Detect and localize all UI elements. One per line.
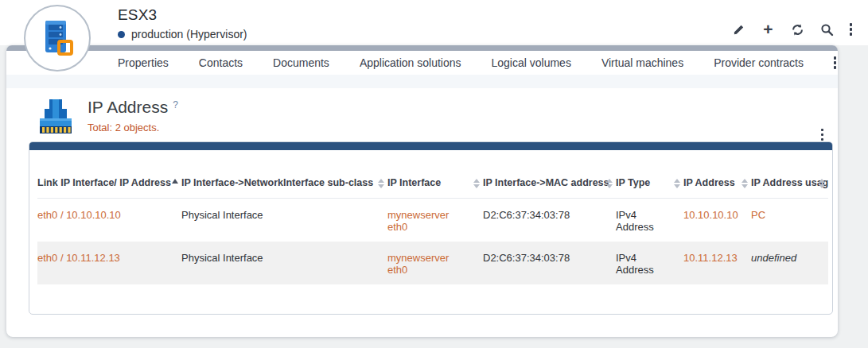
sort-both-icon[interactable] — [674, 179, 680, 188]
ip-address-usage-link[interactable]: PC — [751, 209, 765, 221]
tab-logical-volumes[interactable]: Logical volumes — [492, 56, 571, 69]
header-more-kebab-icon[interactable] — [850, 23, 853, 36]
ip-address-link[interactable]: 10.10.10.10 — [683, 209, 738, 221]
card-top-strip — [6, 45, 838, 51]
object-details-card: Properties Contacts Documents Applicatio… — [6, 45, 838, 337]
tab-contacts[interactable]: Contacts — [199, 56, 243, 69]
ip-address-table-panel: Link IP Interface/ IP Address IP Interfa… — [29, 141, 833, 315]
column-header-ip-address-usage[interactable]: IP Address usage — [751, 177, 828, 199]
table-row[interactable]: eth0 / 10.11.12.13 Physical Interface my… — [37, 242, 828, 284]
object-avatar — [24, 5, 91, 72]
tab-bar: Properties Contacts Documents Applicatio… — [6, 51, 838, 75]
tab-virtual-machines[interactable]: Virtual machines — [601, 56, 683, 69]
link-ip-interface-link[interactable]: eth0 / 10.10.10.10 — [37, 209, 121, 221]
mac-address-value: D2:C6:37:34:03:78 — [483, 209, 570, 221]
subclass-value: Physical Interface — [181, 252, 263, 264]
tab-documents[interactable]: Documents — [273, 56, 329, 69]
refresh-icon[interactable] — [791, 22, 805, 37]
sort-both-icon[interactable] — [378, 179, 384, 188]
sort-asc-icon[interactable] — [172, 179, 178, 184]
column-header-ip-address[interactable]: IP Address — [683, 177, 751, 199]
add-plus-icon[interactable]: + — [761, 22, 776, 37]
section-total-count: Total: 2 objects. — [88, 122, 178, 133]
header-toolbar: + — [732, 22, 853, 37]
section-header: IP Address ? Total: 2 objects. — [37, 98, 830, 136]
section-more-kebab-icon[interactable] — [821, 129, 824, 141]
section-title: IP Address — [88, 98, 168, 117]
ip-address-link[interactable]: 10.11.12.13 — [683, 252, 738, 264]
ip-interface-link[interactable]: mynewserver eth0 — [387, 209, 449, 233]
table-accent-bar — [29, 142, 832, 150]
subtab-strip — [6, 75, 838, 88]
mac-address-value: D2:C6:37:34:03:78 — [483, 252, 570, 264]
sort-both-icon[interactable] — [741, 179, 748, 188]
column-header-link-ip-interface[interactable]: Link IP Interface/ IP Address — [37, 177, 181, 199]
sort-both-icon[interactable] — [473, 179, 480, 188]
status-line: production (Hypervisor) — [118, 28, 247, 41]
tab-application-solutions[interactable]: Application solutions — [360, 56, 461, 69]
ip-type-value: IPv4 Address — [616, 209, 654, 233]
ip-address-usage-undefined: undefined — [751, 252, 796, 264]
rj45-network-icon — [37, 98, 75, 136]
search-icon[interactable] — [820, 22, 835, 37]
column-header-mac-address[interactable]: IP Interface->MAC address — [483, 177, 616, 199]
page-title: ESX3 — [118, 6, 157, 24]
status-dot-icon — [118, 31, 125, 38]
table-row[interactable]: eth0 / 10.10.10.10 Physical Interface my… — [37, 199, 828, 242]
esx-server-icon — [37, 18, 77, 58]
tab-properties[interactable]: Properties — [118, 56, 169, 69]
tabs-more-kebab-icon[interactable] — [834, 56, 837, 69]
ip-type-value: IPv4 Address — [616, 252, 654, 276]
edit-pencil-icon[interactable] — [732, 22, 746, 37]
status-label: production (Hypervisor) — [131, 28, 247, 41]
link-ip-interface-link[interactable]: eth0 / 10.11.12.13 — [37, 252, 120, 264]
table-header-row: Link IP Interface/ IP Address IP Interfa… — [37, 177, 828, 199]
column-header-ip-interface[interactable]: IP Interface — [387, 177, 483, 199]
column-header-ip-type[interactable]: IP Type — [616, 177, 683, 199]
tab-provider-contracts[interactable]: Provider contracts — [714, 56, 804, 69]
column-header-subclass[interactable]: IP Interface->NetworkInterface sub-class — [181, 177, 387, 199]
ip-address-table: Link IP Interface/ IP Address IP Interfa… — [37, 177, 828, 284]
subclass-value: Physical Interface — [181, 209, 263, 221]
sort-both-icon[interactable] — [819, 179, 825, 188]
sort-both-icon[interactable] — [606, 179, 613, 188]
ip-interface-link[interactable]: mynewserver eth0 — [387, 252, 449, 276]
page-header: ESX3 production (Hypervisor) + — [0, 0, 868, 45]
help-icon[interactable]: ? — [173, 99, 178, 110]
